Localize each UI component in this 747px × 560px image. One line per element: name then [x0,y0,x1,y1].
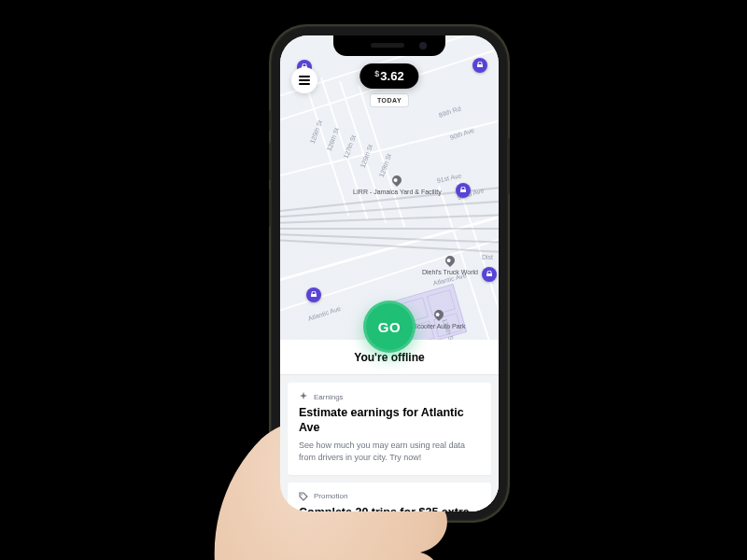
map-pin-icon [444,254,457,267]
map-pin-icon [432,308,445,321]
driver-marker-icon[interactable] [482,267,497,282]
bottom-sheet: You're offline Earnings Estimate earning… [280,340,499,511]
earnings-amount: 3.62 [380,69,403,83]
tag-icon [299,492,308,501]
map-pin-icon [390,174,403,187]
today-chip[interactable]: TODAY [370,93,409,107]
svg-rect-5 [460,189,466,192]
card-title: Estimate earnings for Atlantic Ave [299,405,480,436]
card-category: Earnings [314,393,344,401]
earnings-currency: $ [374,69,379,78]
earnings-pill[interactable]: $3.62 [359,63,418,89]
svg-rect-3 [311,294,317,297]
driver-marker-icon[interactable] [456,183,471,198]
app-screen: 89th Rd90th Ave125th St126th St127th St1… [280,35,499,511]
phone-frame: 89th Rd90th Ave125th St126th St127th St1… [271,26,508,521]
map-poi[interactable]: Scooter Auto Park [413,310,465,330]
promotion-card[interactable]: Promotion Complete 20 trips for $35 extr… [288,483,491,511]
driver-marker-icon[interactable] [306,287,321,302]
menu-button[interactable] [291,67,317,93]
svg-rect-4 [486,273,492,276]
card-title: Complete 20 trips for $35 extra [299,505,480,511]
map-poi[interactable]: Diehl's Truck World [422,256,478,276]
map-poi[interactable]: LIRR - Jamaica Yard & Facility [353,175,442,196]
go-online-button[interactable]: GO [363,301,416,353]
map-street-label: 89th Rd [438,105,461,119]
device-notch [333,35,445,56]
map-street-label: 126th St [326,127,340,152]
earnings-card[interactable]: Earnings Estimate earnings for Atlantic … [288,383,491,475]
svg-rect-2 [477,64,483,67]
svg-point-6 [301,494,303,496]
map-poi-label: Diehl's Truck World [422,269,478,276]
map-poi-label: LIRR - Jamaica Yard & Facility [353,189,442,196]
card-category: Promotion [314,492,347,500]
hamburger-icon [299,79,310,81]
driver-marker-icon[interactable] [472,58,487,73]
map-street-label: Atlantic Ave [307,305,342,322]
map-street-label: Dist [482,254,493,260]
map-poi-label: Scooter Auto Park [413,323,465,330]
card-body: See how much you may earn using real dat… [299,440,480,464]
sparkle-icon [299,392,308,401]
